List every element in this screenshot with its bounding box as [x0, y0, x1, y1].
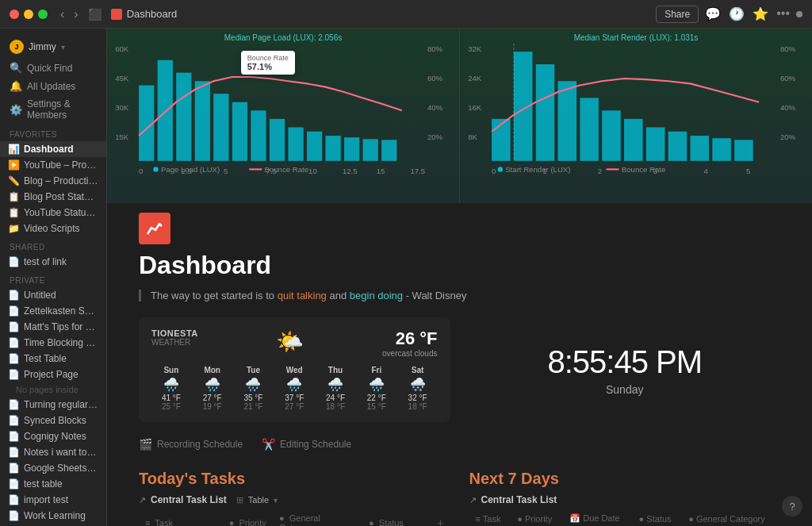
arrow-icon: ↗: [139, 495, 146, 505]
x-label: 10: [308, 167, 317, 175]
day-low: 25 °F: [151, 402, 191, 411]
sidebar-item-quick-find[interactable]: 🔍 Quick Find: [0, 59, 106, 77]
category-col-header: ● General Category: [273, 510, 362, 526]
svg-rect-2: [176, 73, 191, 161]
sidebar-item-notes-create[interactable]: 📄 Notes i want to creat...: [0, 444, 106, 460]
sidebar-item-all-updates[interactable]: 🔔 All Updates: [0, 77, 106, 95]
sidebar-item-work-learning[interactable]: 📄 Work Learning: [0, 508, 106, 524]
sidebar-item-dashboard[interactable]: 📊 Dashboard: [0, 141, 106, 157]
add-col-header[interactable]: +: [431, 510, 450, 526]
share-button[interactable]: Share: [656, 6, 699, 23]
sidebar-item-youtube-status[interactable]: 📋 YouTube Status Board: [0, 205, 106, 221]
day-icon: 🌧️: [274, 377, 314, 392]
day-name: Thu: [316, 366, 355, 374]
svg-rect-35: [690, 136, 709, 161]
sidebar-item-video-scripts[interactable]: 📁 Video Scripts: [0, 221, 106, 236]
clock-icon[interactable]: 🕐: [729, 6, 745, 21]
close-button[interactable]: [10, 10, 19, 19]
svg-rect-37: [734, 140, 753, 160]
bell-icon: 🔔: [10, 80, 22, 92]
search-icon: 🔍: [10, 62, 22, 74]
recording-schedule-header[interactable]: 🎬 Recording Schedule: [139, 438, 243, 451]
more-icon[interactable]: •••: [776, 6, 790, 21]
sidebar-item-blog-prod[interactable]: ✏️ Blog – Productive En...: [0, 173, 106, 189]
sidebar-item-time-blocking[interactable]: 📄 Time Blocking Datab...: [0, 335, 106, 351]
sidebar-item-google-sheets[interactable]: 📄 Google Sheets to Not...: [0, 460, 106, 476]
sidebar-item-label: Work Learning: [24, 510, 98, 521]
maximize-button[interactable]: [38, 10, 48, 19]
sidebar-item-settings[interactable]: ⚙️ Settings & Members: [0, 95, 106, 124]
duedate-col-icon: 📅: [569, 513, 580, 523]
x-label: 12.5: [343, 167, 358, 175]
page-load-label: Median Page Load (LUX): 2.056s: [224, 33, 342, 42]
next7-db-link[interactable]: Central Task List: [481, 494, 557, 505]
sidebar-item-label: test table: [24, 478, 98, 490]
sidebar-item-label: Dashboard: [24, 144, 98, 155]
comment-icon[interactable]: 💬: [705, 6, 721, 21]
svg-text:24K: 24K: [468, 74, 482, 83]
weather-main-icon: 🌤️: [276, 328, 304, 355]
weather-day: Tue 🌧️ 35 °F 21 °F: [234, 366, 274, 411]
day-low: 21 °F: [234, 402, 274, 411]
day-low: 15 °F: [357, 402, 396, 411]
bounce-value: 57.1%: [247, 62, 272, 71]
begin-doing-link[interactable]: begin doing: [350, 290, 403, 301]
sidebar-item-import-test[interactable]: 📄 import test: [0, 492, 106, 508]
sidebar-user[interactable]: J Jimmy ▾: [0, 35, 106, 59]
sidebar-item-label: Cognigy Notes: [24, 431, 98, 442]
editing-label: Editing Schedule: [280, 439, 351, 450]
doc-icon: 📄: [8, 463, 20, 474]
doc-icon: 📄: [8, 337, 20, 348]
sidebar-item-test-table2[interactable]: 📄 test table: [0, 476, 106, 492]
widgets-row: TIONESTA WEATHER 🌤️ 26 °F overcast cloud…: [139, 317, 780, 422]
sidebar-item-untitled[interactable]: 📄 Untitled: [0, 287, 106, 303]
x-label: 0: [139, 167, 143, 175]
star-icon[interactable]: ⭐: [753, 6, 768, 21]
forward-button[interactable]: ›: [71, 6, 81, 23]
svg-rect-29: [558, 81, 577, 161]
priority-col-icon: ●: [517, 514, 523, 524]
sidebar-label-quick-find: Quick Find: [27, 63, 72, 74]
editing-schedule-header[interactable]: ✂️ Editing Schedule: [262, 438, 351, 451]
weather-day: Sun 🌧️ 41 °F 25 °F: [151, 366, 191, 411]
dropdown-arrow[interactable]: ▾: [274, 496, 278, 505]
svg-point-14: [153, 167, 158, 171]
sidebar-item-label: Turning regular block...: [24, 399, 98, 410]
day-icon: 🌧️: [193, 377, 232, 392]
sidebar-item-project-page[interactable]: 📄 Project Page: [0, 367, 106, 382]
shared-label: SHARED: [0, 236, 106, 254]
svg-text:4: 4: [704, 167, 709, 175]
svg-rect-8: [288, 127, 303, 160]
todays-tasks-section: Today's Tasks ↗ Central Task List ⊞ Tabl…: [139, 470, 450, 526]
day-low: 18 °F: [316, 402, 355, 411]
task-db-header: ↗ Central Task List ⊞ Table ▾: [139, 494, 450, 505]
svg-rect-13: [381, 140, 396, 160]
sidebar-item-zettelkasten[interactable]: 📄 Zettelkasten System: [0, 303, 106, 319]
sidebar-item-matts-tips[interactable]: 📄 Matt's Tips for Sear...: [0, 319, 106, 335]
back-button[interactable]: ‹: [57, 6, 67, 23]
task-db-link[interactable]: Central Task List: [151, 494, 227, 505]
minimize-button[interactable]: [24, 10, 33, 19]
sidebar-item-synced-blocks[interactable]: 📄 Synced Blocks: [0, 413, 106, 428]
priority-col-header: ● Priority: [223, 510, 273, 526]
sidebar-item-test-link[interactable]: 📄 test of link: [0, 254, 106, 270]
page-title: Dashboard: [139, 251, 780, 280]
status-col-icon: ●: [369, 518, 374, 526]
sidebar-toggle[interactable]: ⬛: [88, 8, 102, 21]
day-name: Sat: [398, 366, 438, 374]
sidebar-item-blog-status[interactable]: 📋 Blog Post Status Board: [0, 189, 106, 205]
doc-icon: 📄: [8, 321, 20, 332]
sidebar-item-cognigy[interactable]: 📄 Cognigy Notes: [0, 428, 106, 444]
svg-text:Start Render (LUX): Start Render (LUX): [505, 165, 570, 174]
help-button[interactable]: ?: [782, 496, 802, 516]
y-label-right: 60%: [427, 74, 443, 83]
sidebar-item-label: Google Sheets to Not...: [24, 463, 98, 474]
sidebar-item-label: Notes i want to creat...: [24, 447, 98, 458]
day-high: 37 °F: [274, 394, 314, 402]
sidebar-item-turning-regular[interactable]: 📄 Turning regular block...: [0, 397, 106, 413]
page-emoji-icon[interactable]: [139, 213, 170, 244]
table-label: Table: [248, 495, 269, 505]
quit-talking-link[interactable]: quit talking: [278, 290, 327, 301]
sidebar-item-test-table[interactable]: 📄 Test Table: [0, 351, 106, 367]
sidebar-item-youtube-prod[interactable]: ▶️ YouTube – Productive...: [0, 157, 106, 173]
